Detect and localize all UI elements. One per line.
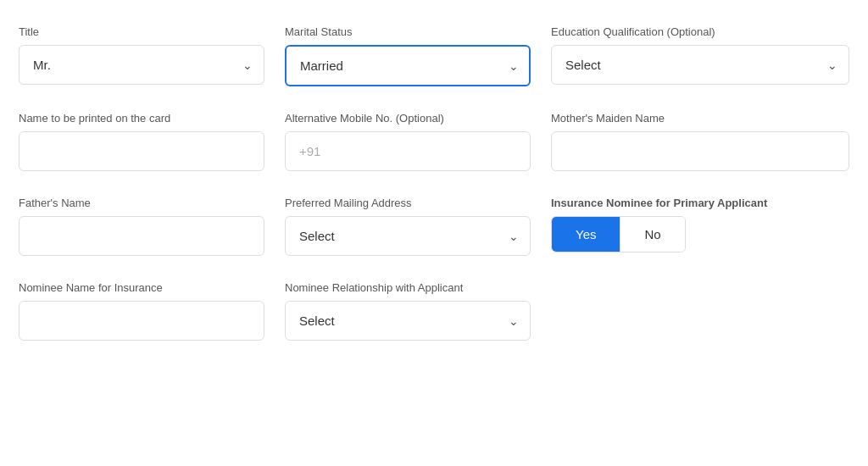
mothers-name-input[interactable] — [551, 131, 849, 171]
insurance-nominee-group: Insurance Nominee for Primary Applicant … — [551, 197, 849, 252]
card-name-group: Name to be printed on the card — [19, 112, 264, 171]
form-container: Title Mr. Mrs. Ms. Dr. ⌄ Marital Status … — [19, 25, 849, 341]
form-row-3: Father's Name Preferred Mailing Address … — [19, 197, 849, 256]
marital-status-select-wrapper: Select Married Single Divorced Widowed ⌄ — [285, 45, 531, 86]
card-name-input[interactable] — [19, 131, 264, 171]
nominee-name-label: Nominee Name for Insurance — [19, 281, 264, 294]
yes-button[interactable]: Yes — [552, 217, 620, 252]
insurance-nominee-toggle: Yes No — [551, 216, 686, 252]
education-select[interactable]: Select High School Graduate Post Graduat… — [551, 45, 849, 85]
form-row-2: Name to be printed on the card Alternati… — [19, 112, 849, 171]
marital-status-group: Marital Status Select Married Single Div… — [285, 25, 531, 86]
alt-mobile-group: Alternative Mobile No. (Optional) — [285, 112, 531, 171]
mailing-address-label: Preferred Mailing Address — [285, 197, 531, 209]
alt-mobile-label: Alternative Mobile No. (Optional) — [285, 112, 531, 125]
education-label: Education Qualification (Optional) — [551, 25, 849, 38]
title-group: Title Mr. Mrs. Ms. Dr. ⌄ — [19, 25, 264, 85]
nominee-name-input[interactable] — [19, 301, 264, 341]
alt-mobile-input[interactable] — [285, 131, 531, 171]
marital-status-select[interactable]: Select Married Single Divorced Widowed — [285, 45, 531, 86]
education-select-wrapper: Select High School Graduate Post Graduat… — [551, 45, 849, 85]
nominee-name-group: Nominee Name for Insurance — [19, 281, 264, 341]
marital-status-label: Marital Status — [285, 25, 531, 38]
mothers-name-label: Mother's Maiden Name — [551, 112, 849, 125]
nominee-relationship-select-wrapper: Select Spouse Father Mother Son Daughter… — [285, 301, 531, 341]
no-button[interactable]: No — [620, 217, 684, 252]
title-label: Title — [19, 25, 264, 38]
education-group: Education Qualification (Optional) Selec… — [551, 25, 849, 85]
mothers-name-group: Mother's Maiden Name — [551, 112, 849, 171]
nominee-relationship-select[interactable]: Select Spouse Father Mother Son Daughter… — [285, 301, 531, 341]
title-select-wrapper: Mr. Mrs. Ms. Dr. ⌄ — [19, 45, 264, 85]
title-select[interactable]: Mr. Mrs. Ms. Dr. — [19, 45, 264, 85]
card-name-label: Name to be printed on the card — [19, 112, 264, 125]
form-row-4: Nominee Name for Insurance Nominee Relat… — [19, 281, 849, 341]
fathers-name-input[interactable] — [19, 216, 264, 256]
mailing-address-group: Preferred Mailing Address Select Permane… — [285, 197, 531, 256]
fathers-name-group: Father's Name — [19, 197, 264, 256]
mailing-address-select-wrapper: Select Permanent Address Current Address… — [285, 216, 531, 256]
form-row-1: Title Mr. Mrs. Ms. Dr. ⌄ Marital Status … — [19, 25, 849, 86]
insurance-nominee-label: Insurance Nominee for Primary Applicant — [551, 197, 849, 209]
fathers-name-label: Father's Name — [19, 197, 264, 209]
nominee-relationship-group: Nominee Relationship with Applicant Sele… — [285, 281, 531, 341]
mailing-address-select[interactable]: Select Permanent Address Current Address… — [285, 216, 531, 256]
nominee-relationship-label: Nominee Relationship with Applicant — [285, 281, 531, 294]
